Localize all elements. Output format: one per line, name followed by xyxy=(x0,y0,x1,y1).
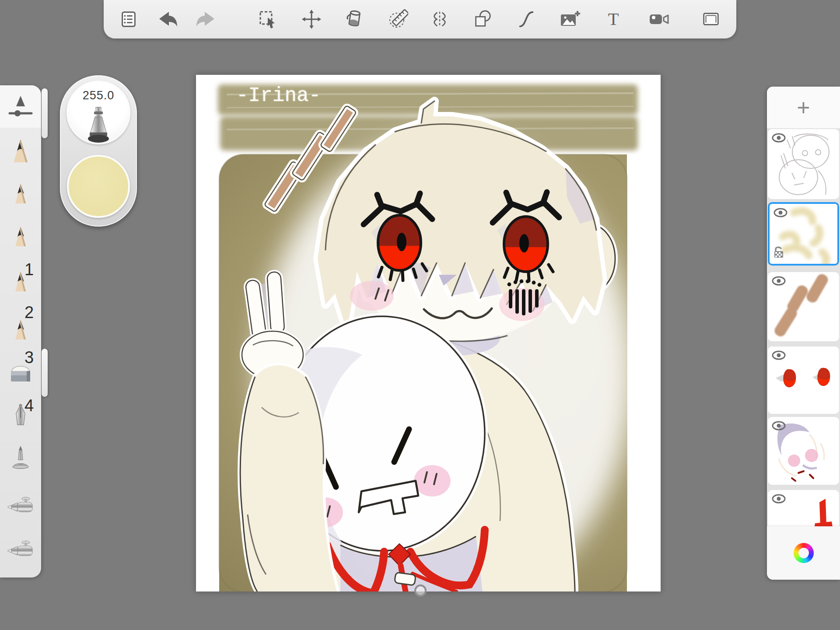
sidebar-item-airbrush[interactable] xyxy=(0,442,41,474)
canvas-title-text: -Irina- xyxy=(236,84,321,107)
canvas[interactable]: -Irina- MAFUMAFU xyxy=(196,75,661,592)
brush-size-value: 255.0 xyxy=(68,89,129,102)
artwork-illustration xyxy=(196,75,661,592)
layer-visibility-eye-icon[interactable] xyxy=(771,420,786,431)
layer-visibility-eye-icon[interactable] xyxy=(771,350,786,360)
select-tool-button[interactable] xyxy=(254,5,282,33)
layer-visibility-eye-icon[interactable] xyxy=(771,494,786,504)
shape-icon xyxy=(472,9,493,29)
sidebar-item-pencil-2[interactable] xyxy=(0,221,41,253)
menu-button[interactable] xyxy=(115,5,143,33)
add-layer-button[interactable]: + xyxy=(788,96,819,119)
layer-visibility-eye-icon[interactable] xyxy=(771,276,786,286)
redo-button[interactable] xyxy=(192,5,220,33)
canvas-settings-button[interactable] xyxy=(697,5,725,33)
symmetry-icon xyxy=(430,9,450,29)
layers-header: + xyxy=(767,87,840,128)
ruler-tool-button[interactable] xyxy=(384,5,412,33)
pencil-icon xyxy=(8,138,33,166)
sidebar-item-marker-2[interactable] xyxy=(0,534,41,566)
layer-card-base-color[interactable] xyxy=(768,202,839,266)
layers-panel: + xyxy=(767,87,840,580)
alpha-lock-icon xyxy=(773,245,784,260)
curve-icon xyxy=(516,9,536,29)
eraser-icon xyxy=(7,360,34,386)
record-button[interactable] xyxy=(645,5,673,33)
sidebar-scroll-handle-top[interactable] xyxy=(42,88,48,138)
undo-icon xyxy=(156,9,178,29)
fill-bucket-icon xyxy=(344,9,364,29)
symmetry-tool-button[interactable] xyxy=(426,5,454,33)
pencil-icon xyxy=(11,225,30,249)
canvas-frame-icon xyxy=(701,9,721,29)
sidebar-item-brush-settings[interactable] xyxy=(0,91,41,123)
redo-icon xyxy=(195,9,218,29)
add-image-button[interactable] xyxy=(556,5,584,33)
layer-card-eyes[interactable] xyxy=(768,346,839,414)
curve-tool-button[interactable] xyxy=(512,5,540,33)
ruler-icon xyxy=(387,9,408,30)
layers-footer xyxy=(767,526,840,580)
svg-text:T: T xyxy=(608,9,619,29)
marker-icon xyxy=(7,495,34,518)
canvas-bottom-handle[interactable] xyxy=(414,584,427,597)
layer-card-sketch[interactable] xyxy=(768,129,839,199)
pencil-icon xyxy=(11,182,30,206)
tool-sidebar: 1 2 3 4 xyxy=(0,85,41,578)
shape-tool-button[interactable] xyxy=(469,5,497,33)
pencil-icon xyxy=(11,270,30,294)
move-icon xyxy=(301,9,322,29)
layer-card-shading[interactable] xyxy=(768,417,839,485)
video-camera-icon xyxy=(648,9,670,29)
airbrush-icon xyxy=(9,445,32,472)
fill-tool-button[interactable] xyxy=(340,5,368,33)
menu-icon xyxy=(119,9,139,29)
image-plus-icon xyxy=(559,9,581,29)
sidebar-item-pencil-3[interactable] xyxy=(0,266,41,298)
current-color-swatch[interactable] xyxy=(67,155,130,218)
move-tool-button[interactable] xyxy=(298,5,326,33)
pencil-icon xyxy=(11,318,30,343)
sidebar-item-marker-1[interactable] xyxy=(0,490,41,522)
hood-drawstring xyxy=(395,572,416,585)
sidebar-item-pencil-1[interactable] xyxy=(0,178,41,210)
text-icon: T xyxy=(603,9,623,29)
brush-settings-icon xyxy=(6,94,35,121)
brush-size-control[interactable]: 255.0 xyxy=(66,80,130,144)
sidebar-item-pencil-4[interactable] xyxy=(0,315,41,346)
top-toolbar: T xyxy=(104,0,736,38)
marker-icon xyxy=(7,539,34,561)
brush-quick-panel: 255.0 xyxy=(60,75,137,227)
selection-icon xyxy=(257,9,278,30)
sidebar-item-pen[interactable] xyxy=(0,400,41,431)
layer-visibility-eye-icon[interactable] xyxy=(771,133,786,143)
pen-nib-icon xyxy=(11,403,30,429)
color-wheel-button[interactable] xyxy=(794,543,814,563)
sidebar-item-eraser[interactable] xyxy=(0,357,41,388)
undo-button[interactable] xyxy=(153,5,181,33)
sidebar-item-pencil[interactable] xyxy=(0,136,41,168)
sidebar-scroll-handle-bottom[interactable] xyxy=(42,349,48,397)
text-tool-button[interactable]: T xyxy=(599,5,627,33)
layer-visibility-eye-icon[interactable] xyxy=(773,207,788,218)
layer-card-emphasis-marks[interactable] xyxy=(768,272,839,341)
